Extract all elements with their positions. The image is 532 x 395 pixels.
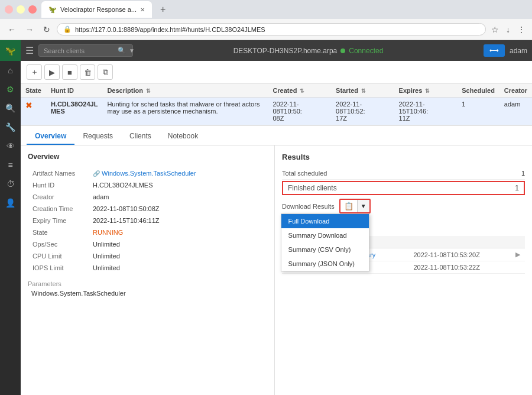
main-content: ☰ 🔍 ▼ DESKTOP-DH3NS2P.home.arpa Connecte… <box>21 40 532 395</box>
search-input[interactable] <box>44 47 115 54</box>
sidebar-item-list[interactable]: ≡ <box>0 156 21 174</box>
dropdown-item-summary[interactable]: Summary Download <box>281 228 369 242</box>
sidebar: 🦖 ⌂ ⚙ 🔍 🔧 👁 ≡ ⏱ 👤 <box>0 40 21 395</box>
overview-panel: Overview Artifact Names 🔗 Windows.System… <box>21 145 275 395</box>
col-started[interactable]: Started ⇅ <box>331 84 394 98</box>
hostname-text: DESKTOP-DH3NS2P.home.arpa <box>233 47 338 55</box>
tab-title: Velociraptor Response a... <box>60 6 137 13</box>
url-text: https://127.0.0.1:8889/app/index.html#/h… <box>75 26 265 33</box>
tab-close-button[interactable]: ✕ <box>140 7 145 13</box>
tab-requests[interactable]: Requests <box>74 128 121 145</box>
col-created[interactable]: Created ⇅ <box>268 84 331 98</box>
col-hunt-id[interactable]: Hunt ID <box>46 84 102 98</box>
forward-button[interactable]: → <box>22 24 37 35</box>
scroll-indicator: ▶ <box>507 248 525 261</box>
connection-indicator <box>340 48 345 53</box>
col-state: State <box>21 84 46 98</box>
hunt-id-cell: H.CDL38O24JL MES <box>46 98 102 125</box>
url-bar[interactable]: 🔒 https://127.0.0.1:8889/app/index.html#… <box>57 23 486 35</box>
artifact-row: Artifact Names 🔗 Windows.System.TaskSche… <box>29 168 266 179</box>
user-label: adam <box>510 47 527 55</box>
creation-time-label: Creation Time <box>29 203 88 214</box>
parameters-label: Parameters <box>28 280 267 287</box>
tab-notebook[interactable]: Notebook <box>160 128 206 145</box>
hunt-id-label: Hunt ID <box>29 180 88 190</box>
creator-cell: adam <box>499 98 532 125</box>
download-date-1: 2022-11-08T10:53:20Z <box>408 248 507 261</box>
download-icon-button[interactable]: 📋 <box>340 200 357 212</box>
download-button-group: 📋 ▼ Full Download Summary Download Summa… <box>339 199 371 213</box>
creator-row: Creator adam <box>29 192 266 202</box>
dropdown-item-full[interactable]: Full Download <box>281 214 369 228</box>
delete-hunt-button[interactable]: 🗑 <box>80 64 95 80</box>
download-results-label: Download Results <box>282 203 335 210</box>
expires-cell: 2022-11-15T10:46: 11Z <box>394 98 458 125</box>
cpu-limit-row: CPU Limit Unlimited <box>29 251 266 261</box>
hunt-id-value: H.CDL38O24JL MES <box>51 101 98 115</box>
sidebar-item-history[interactable]: ⏱ <box>0 174 21 193</box>
creation-time-row: Creation Time 2022-11-08T10:50:08Z <box>29 203 266 214</box>
stop-hunt-button[interactable]: ■ <box>62 64 77 80</box>
new-tab-button[interactable]: + <box>157 3 169 16</box>
search-dropdown-icon[interactable]: ▼ <box>129 47 135 54</box>
creator-label: Creator <box>29 192 88 202</box>
ops-sec-label: Ops/Sec <box>29 239 88 250</box>
ops-sec-row: Ops/Sec Unlimited <box>29 239 266 250</box>
iops-limit-label: IOPS Limit <box>29 263 88 273</box>
iops-limit-value: Unlimited <box>89 263 266 273</box>
app-logo: 🦖 <box>0 40 21 61</box>
browser-tab[interactable]: 🦖 Velociraptor Response a... ✕ <box>41 1 152 18</box>
total-scheduled-row: Total scheduled 1 <box>282 167 525 180</box>
download-browser-button[interactable]: ↓ <box>504 23 512 36</box>
info-table: Artifact Names 🔗 Windows.System.TaskSche… <box>28 167 267 274</box>
sidebar-item-user[interactable]: 👤 <box>0 193 21 212</box>
back-button[interactable]: ← <box>5 24 19 35</box>
sidebar-item-hunts[interactable]: ⚙ <box>0 80 21 99</box>
expiry-time-row: Expiry Time 2022-11-15T10:46:11Z <box>29 215 266 226</box>
add-hunt-button[interactable]: ＋ <box>27 64 42 80</box>
run-hunt-button[interactable]: ▶ <box>44 64 60 80</box>
connect-button[interactable]: ⟷ <box>484 44 505 57</box>
expiry-time-label: Expiry Time <box>29 215 88 226</box>
menu-button[interactable]: ⋮ <box>515 23 527 36</box>
dropdown-item-json[interactable]: Summary (JSON Only) <box>281 257 369 271</box>
content-area: Overview Artifact Names 🔗 Windows.System… <box>21 145 532 395</box>
hamburger-menu[interactable]: ☰ <box>25 45 34 56</box>
artifact-link-icon: 🔗 <box>93 170 100 177</box>
finished-clients-value: 1 <box>515 184 519 192</box>
table-row[interactable]: ✖ H.CDL38O24JL MES Hunting for sched tas… <box>21 98 532 125</box>
topbar-right: ⟷ adam <box>484 44 527 57</box>
bookmark-button[interactable]: ☆ <box>489 23 501 36</box>
download-dropdown-button[interactable]: ▼ <box>357 200 369 212</box>
dropdown-item-csv[interactable]: Summary (CSV Only) <box>281 242 369 257</box>
copy-hunt-button[interactable]: ⧉ <box>98 64 113 80</box>
col-scroll <box>507 236 525 248</box>
state-value: RUNNING <box>89 227 266 238</box>
hunt-table-container: State Hunt ID Description ⇅ Created ⇅ St… <box>21 84 532 126</box>
state-icon: ✖ <box>25 101 33 110</box>
search-box[interactable]: 🔍 ▼ <box>38 44 133 57</box>
sidebar-item-search[interactable]: 🔍 <box>0 99 21 118</box>
tab-overview[interactable]: Overview <box>27 128 74 145</box>
refresh-button[interactable]: ↻ <box>40 24 53 35</box>
sidebar-item-home[interactable]: ⌂ <box>0 61 21 80</box>
cpu-limit-value: Unlimited <box>89 251 266 261</box>
scroll-indicator-2 <box>507 261 525 274</box>
tabs-bar: Overview Requests Clients Notebook <box>21 128 532 145</box>
sidebar-item-tools[interactable]: 🔧 <box>0 118 21 137</box>
sidebar-item-view[interactable]: 👁 <box>0 137 21 156</box>
download-dropdown-menu: Full Download Summary Download Summary (… <box>281 213 369 271</box>
ops-sec-value: Unlimited <box>89 239 266 250</box>
col-creator: Creator <box>499 84 532 98</box>
artifact-names-label: Artifact Names <box>29 168 88 179</box>
cpu-limit-label: CPU Limit <box>29 251 88 261</box>
expiry-time-value: 2022-11-15T10:46:11Z <box>89 215 266 226</box>
hunt-id-row: Hunt ID H.CDL38O24JLMES <box>29 180 266 190</box>
description-cell: Hunting for sched tasks that malware or … <box>102 98 268 125</box>
lock-icon: 🔒 <box>63 25 72 33</box>
scheduled-cell: 1 <box>457 98 499 125</box>
topbar-center: DESKTOP-DH3NS2P.home.arpa Connected <box>138 47 479 55</box>
tab-clients[interactable]: Clients <box>121 128 160 145</box>
artifact-link[interactable]: Windows.System.TaskScheduler <box>102 170 196 177</box>
col-expires[interactable]: Expires ⇅ <box>394 84 458 98</box>
